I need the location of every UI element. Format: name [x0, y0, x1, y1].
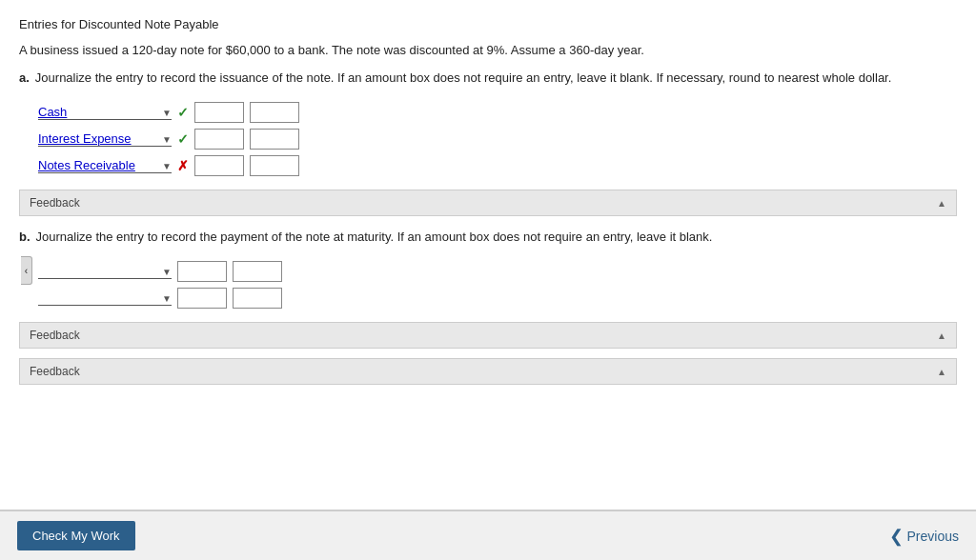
part-b-block: b. Journalize the entry to record the pa… [19, 230, 957, 385]
check-mark-2: ✓ [177, 131, 189, 147]
account-select-2[interactable]: Interest Expense Cash Notes Payable Note… [38, 131, 172, 147]
part-b-account-select-2[interactable]: Notes Payable Cash Interest Expense [38, 290, 172, 306]
chevron-left-icon: ❮ [889, 526, 904, 547]
part-a-journal: Cash Interest Expense Notes Payable Note… [38, 102, 957, 176]
part-a-block: a. Journalize the entry to record the is… [19, 70, 957, 216]
part-b-feedback-arrow-1: ▲ [937, 330, 946, 341]
part-b-feedback-label-1: Feedback [30, 329, 80, 342]
part-b-feedback-label-2: Feedback [30, 365, 80, 378]
part-b-feedback-2[interactable]: Feedback ▲ [19, 358, 957, 385]
check-work-button[interactable]: Check My Work [17, 521, 135, 550]
part-b-account-wrapper-1: Notes Payable Cash Interest Expense ▼ [38, 264, 172, 279]
check-mark-3: ✗ [177, 158, 189, 173]
account-select-1[interactable]: Cash Interest Expense Notes Payable Note… [38, 105, 172, 120]
part-a-instruction: Journalize the entry to record the issua… [35, 70, 892, 85]
account-wrapper-1: Cash Interest Expense Notes Payable Note… [38, 105, 172, 120]
part-b-amount-credit-1[interactable] [233, 261, 282, 282]
part-b-journal: ‹ Notes Payable Cash Interest Expense ▼ [38, 261, 957, 309]
amount-credit-3[interactable] [250, 155, 299, 176]
amount-debit-1[interactable] [194, 102, 244, 123]
check-mark-1: ✓ [177, 105, 189, 120]
left-tab[interactable]: ‹ [21, 256, 32, 285]
part-b-feedback-arrow-2: ▲ [937, 367, 946, 377]
account-select-3[interactable]: Notes Receivable Cash Interest Expense N… [38, 158, 172, 173]
part-a-feedback-label: Feedback [30, 196, 80, 210]
part-a-feedback[interactable]: Feedback ▲ [19, 190, 957, 216]
previous-label: Previous [907, 529, 959, 544]
part-b-feedback-1[interactable]: Feedback ▲ [19, 322, 957, 349]
journal-row-1: Cash Interest Expense Notes Payable Note… [38, 102, 957, 123]
part-b-label: b. [19, 230, 30, 248]
part-a-header: a. Journalize the entry to record the is… [19, 70, 957, 94]
part-b-account-wrapper-2: Notes Payable Cash Interest Expense ▼ [38, 290, 172, 306]
problem-text: A business issued a 120-day note for $60… [19, 43, 957, 57]
journal-row-3: Notes Receivable Cash Interest Expense N… [38, 155, 957, 176]
part-a-feedback-arrow: ▲ [937, 198, 946, 209]
journal-row-2: Interest Expense Cash Notes Payable Note… [38, 129, 957, 150]
amount-credit-1[interactable] [250, 102, 299, 123]
account-wrapper-3: Notes Receivable Cash Interest Expense N… [38, 158, 172, 173]
part-b-row-2: Notes Payable Cash Interest Expense ▼ [38, 288, 957, 309]
part-b-amount-credit-2[interactable] [233, 288, 282, 309]
part-b-instruction: Journalize the entry to record the payme… [36, 230, 713, 244]
main-content: Entries for Discounted Note Payable A bu… [0, 0, 976, 510]
part-b-amount-debit-1[interactable] [177, 261, 227, 282]
part-b-amount-debit-2[interactable] [177, 288, 227, 309]
part-b-row-1: Notes Payable Cash Interest Expense ▼ [38, 261, 957, 282]
amount-debit-2[interactable] [194, 129, 244, 150]
part-b-header: b. Journalize the entry to record the pa… [19, 230, 957, 253]
amount-credit-2[interactable] [250, 129, 299, 150]
previous-button[interactable]: ❮ Previous [889, 526, 959, 547]
part-a-label: a. [19, 70, 30, 89]
part-b-account-select-1[interactable]: Notes Payable Cash Interest Expense [38, 264, 172, 279]
bottom-bar: Check My Work ❮ Previous [0, 510, 976, 560]
page-title: Entries for Discounted Note Payable [19, 17, 957, 31]
amount-debit-3[interactable] [194, 155, 244, 176]
account-wrapper-2: Interest Expense Cash Notes Payable Note… [38, 131, 172, 147]
